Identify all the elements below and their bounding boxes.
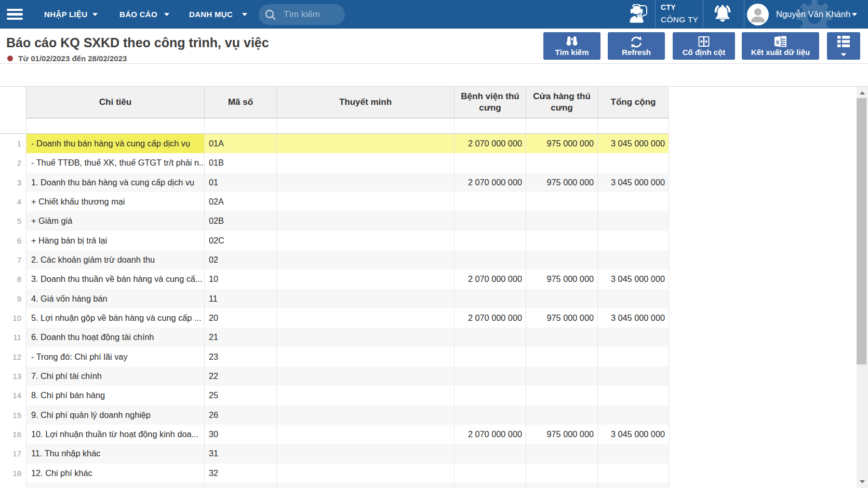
svg-text:x: x [776, 38, 779, 46]
